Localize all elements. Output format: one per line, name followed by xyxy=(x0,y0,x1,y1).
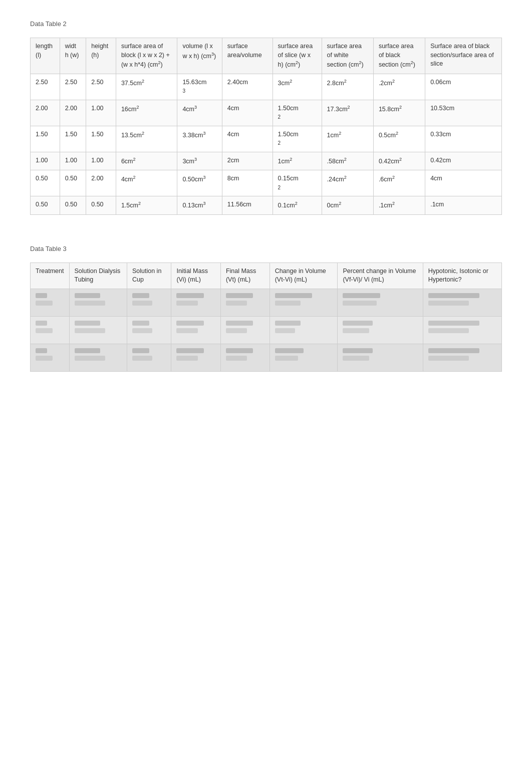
cell: 4cm xyxy=(222,100,273,126)
cell: 1.50cm2 xyxy=(273,126,322,152)
cell: .1cm xyxy=(425,196,502,215)
blurred-cell xyxy=(69,316,127,344)
cell: 1.50 xyxy=(86,126,116,152)
col-classification: Hypotonic, Isotonic or Hypertonic? xyxy=(423,263,501,289)
cell: 8cm xyxy=(222,170,273,196)
cell: 0.50 xyxy=(60,170,86,196)
blurred-cell xyxy=(31,316,70,344)
col-solution-dialysis: Solution Dialysis Tubing xyxy=(69,263,127,289)
table-row xyxy=(31,289,502,316)
table-row xyxy=(31,316,502,344)
cell: 0.13cm3 xyxy=(177,196,222,215)
cell: 0.50cm3 xyxy=(177,170,222,196)
cell: 1.5cm2 xyxy=(116,196,177,215)
blurred-cell xyxy=(220,344,270,371)
cell: .58cm2 xyxy=(322,152,373,170)
cell: 2.50 xyxy=(86,74,116,100)
cell: 0.5cm2 xyxy=(373,126,425,152)
cell: 1.00 xyxy=(31,152,60,170)
blurred-cell xyxy=(423,289,501,316)
cell: 0.42cm xyxy=(425,152,502,170)
cell: 1cm2 xyxy=(322,126,373,152)
cell: 0.33cm xyxy=(425,126,502,152)
blurred-cell xyxy=(127,316,171,344)
cell: 0.50 xyxy=(60,196,86,215)
table2-title: Data Table 2 xyxy=(30,20,502,28)
cell: 3cm2 xyxy=(273,74,322,100)
table-row xyxy=(31,344,502,371)
blurred-cell xyxy=(220,289,270,316)
cell: 3cm3 xyxy=(177,152,222,170)
table-row: 0.50 0.50 2.00 4cm2 0.50cm3 8cm 0.15cm2 … xyxy=(31,170,502,196)
col-surface-area-slice: surface area of slice (w x h) (cm2) xyxy=(273,38,322,74)
table3-header-row: Treatment Solution Dialysis Tubing Solut… xyxy=(31,263,502,289)
cell: .24cm2 xyxy=(322,170,373,196)
col-percent-change: Percent change in Volume (Vf-Vi)/ Vi (mL… xyxy=(338,263,423,289)
cell: 0cm2 xyxy=(322,196,373,215)
col-initial-mass: Initial Mass (Vi) (mL) xyxy=(171,263,220,289)
blurred-cell xyxy=(270,316,338,344)
data-table-3-section: Data Table 3 Treatment Solution Dialysis… xyxy=(30,245,502,372)
blurred-cell xyxy=(171,289,220,316)
table3-title: Data Table 3 xyxy=(30,245,502,252)
cell: 1.50 xyxy=(60,126,86,152)
cell: 15.8cm2 xyxy=(373,100,425,126)
blurred-cell xyxy=(270,289,338,316)
cell: 0.06cm xyxy=(425,74,502,100)
cell: 2.8cm2 xyxy=(322,74,373,100)
blurred-cell xyxy=(69,289,127,316)
col-volume: volume (l x w x h) (cm3) xyxy=(177,38,222,74)
cell: 0.15cm2 xyxy=(273,170,322,196)
cell: 0.50 xyxy=(31,196,60,215)
cell: .2cm2 xyxy=(373,74,425,100)
cell: 2.40cm xyxy=(222,74,273,100)
cell: 4cm3 xyxy=(177,100,222,126)
cell: 2cm xyxy=(222,152,273,170)
cell: 4cm xyxy=(222,126,273,152)
table-row: 2.00 2.00 1.00 16cm2 4cm3 4cm 1.50cm2 17… xyxy=(31,100,502,126)
cell: 37.5cm2 xyxy=(116,74,177,100)
cell: 0.50 xyxy=(86,196,116,215)
cell: 4cm2 xyxy=(116,170,177,196)
blurred-cell xyxy=(69,344,127,371)
cell: 17.3cm2 xyxy=(322,100,373,126)
cell: 4cm xyxy=(425,170,502,196)
cell: 2.00 xyxy=(86,170,116,196)
blurred-cell xyxy=(423,344,501,371)
blurred-cell xyxy=(127,289,171,316)
cell: 6cm2 xyxy=(116,152,177,170)
blurred-cell xyxy=(220,316,270,344)
col-final-mass: Final Mass (Vt) (mL) xyxy=(220,263,270,289)
cell: 2.00 xyxy=(31,100,60,126)
cell: 2.00 xyxy=(60,100,86,126)
cell: 16cm2 xyxy=(116,100,177,126)
blurred-cell xyxy=(127,344,171,371)
blurred-cell xyxy=(338,316,423,344)
cell: 2.50 xyxy=(31,74,60,100)
cell: 13.5cm2 xyxy=(116,126,177,152)
table-row: 1.00 1.00 1.00 6cm2 3cm3 2cm 1cm2 .58cm2… xyxy=(31,152,502,170)
col-height: height (h) xyxy=(86,38,116,74)
cell: 2.50 xyxy=(60,74,86,100)
col-solution-cup: Solution in Cup xyxy=(127,263,171,289)
cell: 11.56cm xyxy=(222,196,273,215)
data-table-2: length (l) widt h (w) height (h) surface… xyxy=(30,38,502,215)
col-surface-area-black: surface area of black section (cm2) xyxy=(373,38,425,74)
cell: 1.00 xyxy=(86,152,116,170)
cell: 1cm2 xyxy=(273,152,322,170)
table-row: 1.50 1.50 1.50 13.5cm2 3.38cm3 4cm 1.50c… xyxy=(31,126,502,152)
col-surface-area-volume: surface area/volume xyxy=(222,38,273,74)
cell: 3.38cm3 xyxy=(177,126,222,152)
cell: 1.00 xyxy=(60,152,86,170)
cell: 15.63cm3 xyxy=(177,74,222,100)
cell: .6cm2 xyxy=(373,170,425,196)
cell: 0.42cm2 xyxy=(373,152,425,170)
cell: 1.00 xyxy=(86,100,116,126)
blurred-cell xyxy=(338,344,423,371)
col-width: widt h (w) xyxy=(60,38,86,74)
cell: 0.1cm2 xyxy=(273,196,322,215)
cell: 10.53cm xyxy=(425,100,502,126)
col-change-volume: Change in Volume (Vt-Vi) (mL) xyxy=(270,263,338,289)
table2-header-row: length (l) widt h (w) height (h) surface… xyxy=(31,38,502,74)
blurred-cell xyxy=(31,344,70,371)
